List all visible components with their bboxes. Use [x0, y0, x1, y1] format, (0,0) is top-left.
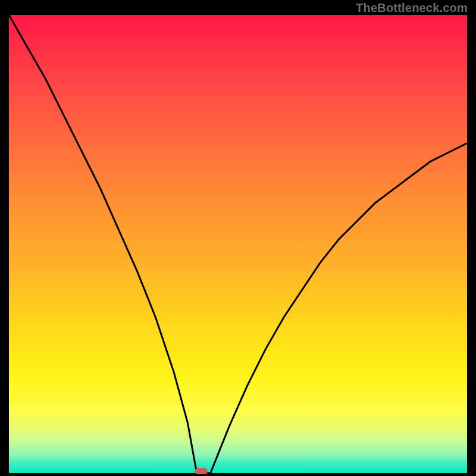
bottleneck-curve [9, 15, 467, 473]
watermark-text: TheBottleneck.com [356, 1, 468, 15]
curve-path [9, 15, 467, 473]
plot-frame [9, 15, 467, 473]
optimal-marker [195, 468, 208, 474]
